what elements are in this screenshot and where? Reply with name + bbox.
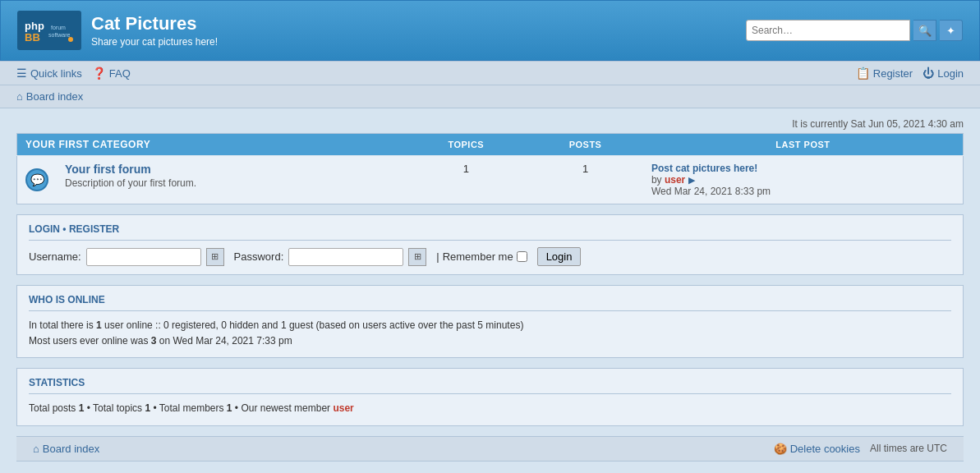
footer-board-index-link[interactable]: ⌂ Board index — [33, 443, 99, 455]
forum-icon-cell: 💬 — [17, 156, 58, 204]
total-posts-val: 1 — [79, 402, 85, 414]
forum-table: YOUR FIRST CATEGORY TOPICS POSTS LAST PO… — [16, 133, 964, 204]
last-post-date: Wed Mar 24, 2021 8:33 pm — [651, 186, 771, 197]
login-register-separator: • — [62, 223, 66, 235]
who-is-online-section: WHO IS ONLINE In total there is 1 user o… — [16, 285, 964, 358]
search-area: 🔍 ✦ — [746, 20, 963, 41]
remember-me-label: Remember me — [443, 250, 513, 263]
password-group: Password: ⊞ — [234, 248, 427, 266]
statistics-header: STATISTICS — [29, 377, 951, 394]
total-topics-val: 1 — [145, 402, 150, 414]
posts-col-header: POSTS — [527, 134, 643, 156]
footer-bar: ⌂ Board index 🍪 Delete cookies All times… — [16, 436, 964, 462]
forum-name-link[interactable]: Your first forum — [65, 163, 151, 176]
forum-status-icon: 💬 — [25, 168, 48, 191]
logo-area: php BB forum software Cat Pictures Share… — [17, 11, 218, 50]
password-helper-button[interactable]: ⊞ — [408, 248, 426, 266]
login-button[interactable]: Login — [537, 247, 582, 266]
forum-description: Description of your first forum. — [65, 177, 396, 189]
remember-me-checkbox[interactable] — [517, 251, 527, 262]
register-icon: 📋 — [856, 67, 870, 80]
login-section: LOGIN • REGISTER Username: ⊞ Password: ⊞… — [16, 214, 964, 275]
last-post-by-label: by — [651, 174, 662, 186]
login-header-link[interactable]: LOGIN — [29, 223, 60, 235]
username-input[interactable] — [86, 248, 201, 266]
site-title-area: Cat Pictures Share your cat pictures her… — [91, 13, 218, 48]
faq-nav[interactable]: ❓ FAQ — [92, 67, 131, 80]
site-tagline: Share your cat pictures here! — [91, 36, 218, 48]
login-form: Username: ⊞ Password: ⊞ | Remember me Lo… — [29, 247, 951, 266]
cookie-icon: 🍪 — [774, 443, 787, 455]
statistics-text: Total posts 1 • Total topics 1 • Total m… — [29, 401, 951, 416]
navbar: ☰ Quick links ❓ FAQ 📋 Register ⏻ Login — [0, 61, 980, 85]
login-nav[interactable]: ⏻ Login — [922, 67, 964, 80]
last-post-user-link[interactable]: user — [665, 174, 685, 186]
remember-me-group: | Remember me — [436, 250, 527, 263]
site-name: Cat Pictures — [91, 13, 218, 34]
posts-count: 1 — [527, 156, 643, 204]
quick-links-nav[interactable]: ☰ Quick links — [16, 67, 82, 80]
username-group: Username: ⊞ — [29, 248, 224, 266]
statistics-section: STATISTICS Total posts 1 • Total topics … — [16, 368, 964, 425]
svg-text:software: software — [48, 32, 71, 38]
svg-text:php: php — [25, 20, 44, 32]
login-section-header: LOGIN • REGISTER — [29, 223, 951, 241]
register-nav[interactable]: 📋 Register — [856, 67, 913, 80]
max-online-count: 3 — [151, 335, 157, 347]
site-header: php BB forum software Cat Pictures Share… — [0, 0, 980, 61]
datetime-display: It is currently Sat Jun 05, 2021 4:30 am — [16, 115, 964, 133]
who-is-online-line1: In total there is 1 user online :: 0 reg… — [29, 318, 951, 333]
bottom-footer: Powered by phpBB ® Forum Software © phpB… — [0, 468, 980, 473]
forum-icon-symbol: 💬 — [30, 173, 44, 186]
board-index-breadcrumb[interactable]: ⌂ Board index — [16, 90, 83, 103]
phpbb-logo: php BB forum software — [17, 11, 81, 50]
footer-home-icon: ⌂ — [33, 443, 39, 455]
who-is-online-header: WHO IS ONLINE — [29, 294, 951, 311]
svg-point-5 — [68, 37, 73, 42]
forum-row: 💬 Your first forum Description of your f… — [17, 156, 964, 204]
category-name: YOUR FIRST CATEGORY — [17, 134, 405, 156]
last-post-title-link[interactable]: Post cat pictures here! — [651, 163, 757, 174]
quick-links-icon: ☰ — [16, 67, 27, 80]
breadcrumb: ⌂ Board index — [0, 85, 980, 108]
last-post-cell: Post cat pictures here! by user ▶ Wed Ma… — [643, 156, 964, 204]
newest-member-link[interactable]: user — [333, 402, 353, 414]
total-members-val: 1 — [227, 402, 232, 414]
nav-right: 📋 Register ⏻ Login — [856, 67, 964, 80]
search-input[interactable] — [746, 20, 910, 41]
login-icon: ⏻ — [922, 67, 934, 80]
search-button[interactable]: 🔍 — [913, 20, 936, 41]
advanced-search-button[interactable]: ✦ — [940, 20, 963, 41]
svg-text:BB: BB — [25, 31, 40, 44]
category-header-row: YOUR FIRST CATEGORY TOPICS POSTS LAST PO… — [17, 134, 964, 156]
main-content: It is currently Sat Jun 05, 2021 4:30 am… — [16, 115, 964, 426]
username-label: Username: — [29, 250, 81, 263]
nav-left: ☰ Quick links ❓ FAQ — [16, 67, 131, 80]
timezone-display: All times are UTC — [870, 443, 947, 454]
password-input[interactable] — [288, 248, 403, 266]
forum-info-cell: Your first forum Description of your fir… — [57, 156, 404, 204]
username-helper-button[interactable]: ⊞ — [206, 248, 224, 266]
last-post-col-header: LAST POST — [643, 134, 964, 156]
separator-pipe: | — [436, 250, 439, 263]
who-is-online-line2: Most users ever online was 3 on Wed Mar … — [29, 333, 951, 349]
topics-count: 1 — [404, 156, 527, 204]
footer-right-area: 🍪 Delete cookies All times are UTC — [774, 443, 947, 455]
password-label: Password: — [234, 250, 284, 263]
delete-cookies-link[interactable]: 🍪 Delete cookies — [774, 443, 860, 455]
faq-icon: ❓ — [92, 67, 106, 80]
svg-text:forum: forum — [51, 25, 66, 30]
online-count: 1 — [96, 319, 102, 331]
home-icon: ⌂ — [16, 90, 23, 103]
topics-col-header: TOPICS — [404, 134, 527, 156]
register-header-link[interactable]: REGISTER — [69, 223, 119, 235]
view-last-post-icon[interactable]: ▶ — [688, 175, 695, 185]
